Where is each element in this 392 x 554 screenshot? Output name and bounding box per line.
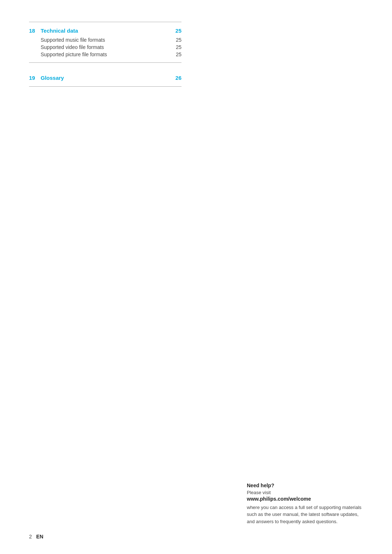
section-19-number: 19 [29, 75, 39, 81]
toc-sub-row-picture: Supported picture file formats 25 [29, 51, 181, 58]
sub-picture-label: Supported picture file formats [41, 52, 171, 57]
middle-divider [29, 62, 181, 63]
section-19-page: 26 [171, 75, 181, 81]
toc-sub-row-video: Supported video file formats 25 [29, 44, 181, 51]
bottom-divider [29, 86, 181, 87]
toc-sub-row-music: Supported music file formats 25 [29, 36, 181, 44]
sub-music-label: Supported music file formats [41, 37, 171, 43]
page-footer: 2 EN [29, 534, 43, 539]
section-18-number: 18 [29, 28, 39, 34]
toc-row-19: 19 Glossary 26 [29, 74, 181, 82]
help-url: www.philips.com/welcome [247, 496, 363, 502]
section-18-title: Technical data [41, 28, 171, 34]
help-visit-label: Please visit [247, 490, 363, 495]
help-box: Need help? Please visit www.philips.com/… [247, 483, 363, 525]
help-title: Need help? [247, 483, 363, 488]
toc-section-18: 18 Technical data 25 Supported music fil… [29, 22, 181, 63]
toc-row-18: 18 Technical data 25 [29, 26, 181, 35]
footer-language: EN [36, 534, 43, 539]
toc-section-19: 19 Glossary 26 [29, 74, 181, 87]
sub-music-page: 25 [171, 37, 181, 43]
help-description: where you can access a full set of suppo… [247, 504, 363, 525]
sub-video-label: Supported video file formats [41, 44, 171, 50]
section-18-page: 25 [171, 28, 181, 34]
sub-picture-page: 25 [171, 52, 181, 57]
page-container: 18 Technical data 25 Supported music fil… [0, 0, 392, 554]
section-19-title: Glossary [41, 75, 171, 81]
sub-video-page: 25 [171, 44, 181, 50]
top-divider [29, 22, 181, 22]
footer-page-number: 2 [29, 534, 32, 539]
